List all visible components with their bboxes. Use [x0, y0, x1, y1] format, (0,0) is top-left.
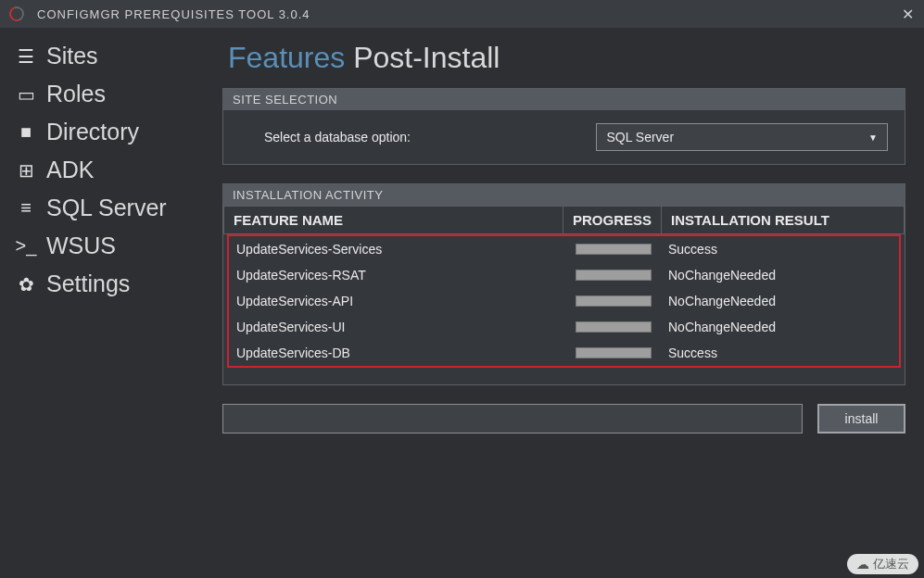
progress-bar	[576, 347, 652, 358]
installation-activity-panel: INSTALLATION ACTIVITY FEATURE NAME PROGR…	[222, 183, 905, 385]
col-feature-name: FEATURE NAME	[224, 207, 563, 234]
activity-table: FEATURE NAME PROGRESS INSTALLATION RESUL…	[223, 206, 905, 234]
sidebar-item-label: Settings	[46, 270, 130, 297]
cell-installation-result: NoChangeNeeded	[668, 268, 892, 283]
sidebar-item-sql-server-icon: ≡	[13, 197, 39, 219]
sidebar-item-label: Sites	[46, 43, 98, 69]
app-title: CONFIGMGR PREREQUISITES TOOL 3.0.4	[37, 7, 310, 21]
sidebar-item-sites[interactable]: ☰Sites	[0, 37, 209, 75]
cell-feature-name: UpdateServices-Services	[236, 242, 576, 257]
cell-progress	[576, 270, 668, 281]
path-input[interactable]	[222, 404, 803, 434]
sidebar-item-label: WSUS	[46, 232, 116, 259]
sidebar-item-settings[interactable]: ✿Settings	[0, 265, 209, 303]
progress-bar	[576, 270, 652, 281]
cell-feature-name: UpdateServices-DB	[236, 346, 576, 360]
sidebar-item-adk[interactable]: ⊞ADK	[0, 151, 209, 189]
cell-installation-result: Success	[668, 242, 892, 257]
installation-activity-header: INSTALLATION ACTIVITY	[223, 184, 905, 206]
sidebar-item-wsus-icon: >_	[13, 235, 39, 257]
close-icon[interactable]: ✕	[902, 6, 915, 23]
sidebar-item-directory[interactable]: ■Directory	[0, 113, 209, 151]
cell-progress	[576, 321, 668, 333]
cell-installation-result: NoChangeNeeded	[668, 320, 892, 334]
progress-bar	[576, 321, 652, 333]
sidebar-item-sites-icon: ☰	[13, 45, 39, 68]
title-bar: CONFIGMGR PREREQUISITES TOOL 3.0.4 ✕	[0, 0, 924, 28]
cell-progress	[576, 347, 668, 358]
database-option-select[interactable]: SQL Server ▼	[596, 123, 888, 151]
progress-bar	[576, 244, 652, 255]
table-row: UpdateServices-APINoChangeNeeded	[229, 288, 899, 314]
content-area: Features Post-Install SITE SELECTION Sel…	[209, 28, 924, 578]
database-option-selected: SQL Server	[606, 130, 674, 144]
cell-feature-name: UpdateServices-API	[236, 294, 576, 308]
col-progress: PROGRESS	[563, 207, 662, 234]
cell-feature-name: UpdateServices-RSAT	[236, 268, 576, 283]
sidebar-item-roles-icon: ▭	[13, 83, 39, 106]
table-row: UpdateServices-DBSuccess	[229, 340, 899, 366]
database-option-label: Select a database option:	[240, 130, 596, 144]
cell-progress	[576, 244, 668, 255]
sidebar-item-adk-icon: ⊞	[13, 159, 39, 182]
sidebar-item-wsus[interactable]: >_WSUS	[0, 227, 209, 265]
sidebar: ☰Sites▭Roles■Directory⊞ADK≡SQL Server>_W…	[0, 28, 209, 578]
sidebar-item-label: Directory	[46, 119, 139, 145]
watermark: ☁ 亿速云	[847, 554, 918, 574]
cell-installation-result: Success	[668, 346, 892, 360]
sidebar-item-sql-server[interactable]: ≡SQL Server	[0, 189, 209, 227]
sidebar-item-directory-icon: ■	[13, 121, 39, 143]
page-heading-rest: Post-Install	[353, 41, 500, 74]
watermark-text: 亿速云	[873, 556, 909, 572]
sidebar-item-settings-icon: ✿	[13, 273, 39, 295]
cell-feature-name: UpdateServices-UI	[236, 320, 576, 334]
cell-installation-result: NoChangeNeeded	[668, 294, 892, 308]
cell-progress	[576, 295, 668, 307]
app-logo-icon	[6, 4, 26, 23]
page-heading: Features Post-Install	[228, 41, 905, 75]
sidebar-item-label: SQL Server	[46, 195, 167, 221]
install-button[interactable]: install	[817, 404, 905, 434]
table-row: UpdateServices-ServicesSuccess	[229, 236, 899, 262]
cloud-icon: ☁	[856, 557, 869, 572]
site-selection-header: SITE SELECTION	[223, 89, 905, 110]
table-row: UpdateServices-UINoChangeNeeded	[229, 314, 899, 340]
bottom-row: install	[222, 404, 905, 434]
sidebar-item-label: ADK	[46, 157, 94, 183]
progress-bar	[576, 295, 652, 307]
page-heading-accent: Features	[228, 41, 345, 74]
activity-rows-highlight: UpdateServices-ServicesSuccessUpdateServ…	[227, 234, 901, 368]
col-installation-result: INSTALLATION RESULT	[662, 207, 905, 234]
sidebar-item-roles[interactable]: ▭Roles	[0, 75, 209, 113]
table-row: UpdateServices-RSATNoChangeNeeded	[229, 262, 899, 288]
chevron-down-icon: ▼	[868, 132, 878, 143]
site-selection-panel: SITE SELECTION Select a database option:…	[222, 88, 905, 165]
sidebar-item-label: Roles	[46, 81, 106, 107]
install-button-label: install	[845, 411, 879, 426]
